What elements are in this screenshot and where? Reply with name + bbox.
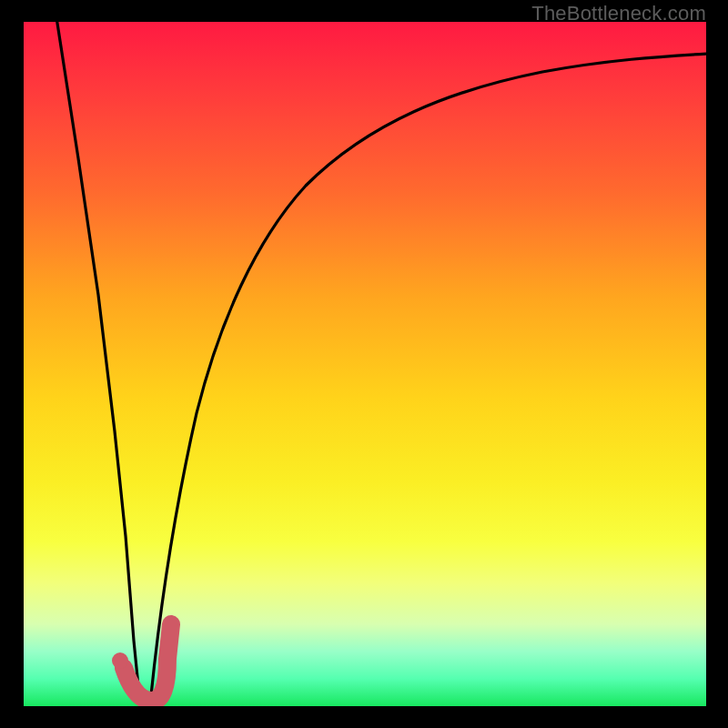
left-curve [56,22,140,704]
j-marker-dot [112,652,128,669]
right-curve [150,54,706,704]
curves-layer [24,22,706,706]
plot-area [24,22,706,706]
watermark: TheBottleneck.com [531,2,706,25]
j-marker [124,624,171,701]
chart-frame: TheBottleneck.com [0,0,728,728]
